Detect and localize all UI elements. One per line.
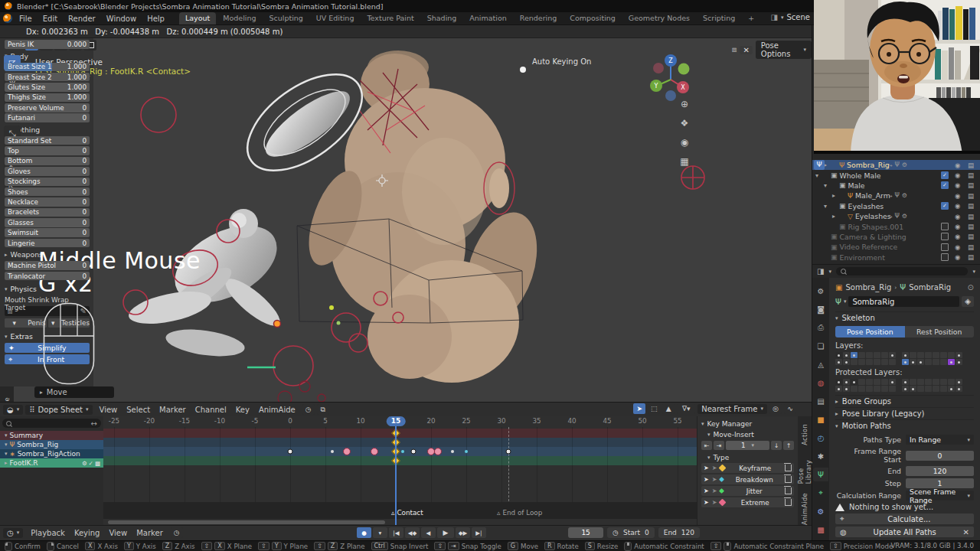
disclosure-icon[interactable]: ▾ xyxy=(5,432,8,439)
slider-stockings[interactable]: Stockings0 xyxy=(5,178,90,187)
layer-cell[interactable] xyxy=(956,379,962,385)
layer-cell[interactable] xyxy=(956,386,962,392)
workspace-tab-uv-editing[interactable]: UV Editing xyxy=(310,12,361,24)
dopesheet-menu-channel[interactable]: Channel xyxy=(191,405,231,415)
selection-box-icon[interactable]: ⬚ xyxy=(648,403,660,414)
cursor-icon[interactable]: ➤ xyxy=(704,476,709,483)
layer-cell[interactable] xyxy=(956,352,962,358)
slider-breast-size-2[interactable]: Breast Size 21.000 xyxy=(5,73,90,82)
cursor-icon[interactable]: ➤ xyxy=(704,499,709,506)
layer-cell[interactable] xyxy=(940,386,947,392)
prev-frame-button[interactable]: ◀ xyxy=(421,527,436,538)
jump-end-button[interactable]: ▶| xyxy=(472,527,486,538)
key-right-icon[interactable]: ⇥ xyxy=(714,441,724,450)
dopesheet-tab-pose-library[interactable]: Pose Library xyxy=(797,455,812,484)
slider-glasses[interactable]: Glasses0 xyxy=(5,218,90,227)
workspace-tab-compositing[interactable]: Compositing xyxy=(564,12,622,24)
keying-set-dropdown[interactable]: ▾ xyxy=(373,527,387,538)
layered-icon[interactable]: ⧉ xyxy=(317,404,329,415)
panel-skeleton[interactable]: ▾ Skeleton xyxy=(835,311,974,324)
keytype-jitter[interactable]: ➤➤Jitter xyxy=(701,486,794,496)
channel-search[interactable]: ↔ xyxy=(2,419,101,428)
close-icon[interactable]: ✕ xyxy=(740,46,752,54)
outliner-row-eyelashes[interactable]: ▾▣Eyelashes✓◉▤ xyxy=(812,201,980,211)
disclosure-icon[interactable]: ▾ xyxy=(5,442,8,448)
datablock-name-field[interactable]: SombraRig xyxy=(848,296,959,307)
pan-hand-icon[interactable]: ❖ xyxy=(678,117,691,129)
snap-dropdown[interactable]: Nearest Frame▾ xyxy=(697,404,767,414)
editor-type-button[interactable]: ◒▾ xyxy=(3,405,23,415)
layer-cell[interactable] xyxy=(948,379,955,385)
timeline-menu-marker[interactable]: Marker xyxy=(132,528,168,538)
zoom-icon[interactable]: ⊕ xyxy=(678,98,691,110)
camera-toggle-icon[interactable]: ▤ xyxy=(968,243,974,251)
filter-funnel-icon[interactable]: ∇▾ xyxy=(677,403,695,414)
gizmo-small-icon[interactable]: ⧈ xyxy=(732,45,737,54)
trash-icon[interactable] xyxy=(785,465,792,471)
cursor-outline-icon[interactable]: ➤ xyxy=(712,487,717,494)
outliner-row-sombra-rig[interactable]: ▸ΨSombra_Rig⤷Ψ⚙◉▤ xyxy=(812,160,980,170)
proportional-edit-icon[interactable]: ◎ xyxy=(769,403,782,414)
layer-cell[interactable] xyxy=(874,359,880,365)
channel-summary[interactable]: ▾Summary xyxy=(0,431,103,440)
blender-menu-icon[interactable] xyxy=(3,14,12,23)
layer-cell[interactable] xyxy=(889,379,896,385)
properties-tab-object[interactable]: ■ xyxy=(813,412,828,426)
slider-necklace[interactable]: Necklace0 xyxy=(5,197,90,207)
insert-up-icon[interactable]: ↑ xyxy=(783,441,794,450)
keyframe-dot[interactable] xyxy=(331,450,334,453)
keytype-keyframe[interactable]: ➤➤Keyframe xyxy=(701,463,794,473)
cursor-icon[interactable]: ➤ xyxy=(704,487,709,494)
prev-keyframe-button[interactable]: ◀◆ xyxy=(405,527,420,538)
outliner-row-video-reference[interactable]: ▣Video Reference◉▤ xyxy=(812,242,980,252)
layer-cell[interactable] xyxy=(881,352,888,358)
layer-cell[interactable] xyxy=(889,386,896,392)
slider-bottom[interactable]: Bottom0 xyxy=(5,157,90,166)
dopesheet-menu-view[interactable]: View xyxy=(95,405,122,415)
keyframe-extreme[interactable] xyxy=(371,448,378,455)
slider-tranlocator[interactable]: Tranlocator0 xyxy=(5,272,90,281)
disclosure-icon[interactable]: ▾ xyxy=(824,182,827,189)
layer-cell[interactable] xyxy=(851,379,858,385)
layer-cell[interactable] xyxy=(940,352,947,358)
eye-icon[interactable]: ◉ xyxy=(955,223,960,230)
type-panel[interactable]: ▾Type xyxy=(701,452,794,463)
only-selected-cursor-icon[interactable]: ➤ xyxy=(633,403,645,414)
range-start-field[interactable]: 0 xyxy=(906,451,974,461)
camera-toggle-icon[interactable]: ▤ xyxy=(968,202,974,210)
layer-cell[interactable] xyxy=(902,352,909,358)
properties-tab-tool[interactable]: ⚙ xyxy=(813,284,828,298)
properties-tab-object-data-armature[interactable]: Ψ xyxy=(813,468,828,481)
pose-options-dropdown[interactable]: Pose Options ▾ xyxy=(756,41,812,59)
layer-cell[interactable] xyxy=(948,359,955,365)
workspace-tab-sculpting[interactable]: Sculpting xyxy=(263,12,309,24)
layer-cell[interactable] xyxy=(917,386,924,392)
timeline-menu-view[interactable]: View xyxy=(104,528,132,538)
layer-cell[interactable] xyxy=(933,352,939,358)
toggle-grid-icon[interactable]: ▦ xyxy=(678,155,691,168)
outliner-row-male[interactable]: ▾▣Male✓◉▤ xyxy=(812,181,980,191)
layer-cell[interactable] xyxy=(910,352,916,358)
key-manager-panel[interactable]: ▾Key Manager xyxy=(701,419,794,429)
properties-tab-particles[interactable]: ✱ xyxy=(813,449,828,463)
playhead-frame-pill[interactable]: 15 xyxy=(387,416,406,426)
keytype-extreme[interactable]: ➤➤Extreme xyxy=(701,497,794,507)
horizontal-scrollbar[interactable] xyxy=(108,520,385,524)
keyframe-extreme[interactable] xyxy=(434,448,442,455)
layer-cell[interactable] xyxy=(835,359,842,365)
eye-icon[interactable]: ◉ xyxy=(955,243,960,251)
layer-cell[interactable] xyxy=(948,386,955,392)
layer-cell[interactable] xyxy=(902,386,909,392)
layer-cell[interactable] xyxy=(858,359,865,365)
viewport-3d[interactable]: ◸⊕+⟳⤡▦✎◺ User Perspective (15) Sombra_Ri… xyxy=(0,38,812,402)
jump-start-button[interactable]: |◀ xyxy=(389,527,403,538)
keyframe-extreme[interactable] xyxy=(343,448,351,455)
menu-file[interactable]: File xyxy=(14,14,38,24)
layer-cell[interactable] xyxy=(889,359,896,365)
slider-preserve-volume[interactable]: Preserve Volume0 xyxy=(5,103,90,112)
layer-cell[interactable] xyxy=(835,352,842,358)
falloff-curve-icon[interactable]: ∿ xyxy=(784,403,796,414)
menu-render[interactable]: Render xyxy=(63,14,101,24)
close-icon[interactable]: ✕ xyxy=(963,528,969,536)
filter-chevron-icon[interactable]: ▾ xyxy=(972,269,975,275)
